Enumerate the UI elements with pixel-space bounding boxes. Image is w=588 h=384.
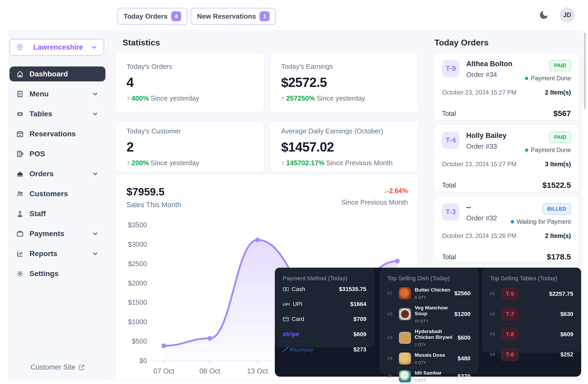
sidebar-item-payments[interactable]: Payments bbox=[9, 226, 105, 241]
avatar[interactable]: JD bbox=[560, 7, 575, 23]
table-chip: T-9 bbox=[442, 60, 459, 77]
stat-delta-pct: 145702.17% bbox=[286, 159, 325, 167]
sidebar: Lawrenceshire Dashboard Menu T bbox=[8, 30, 108, 380]
svg-text:$1500: $1500 bbox=[128, 298, 147, 306]
sidebar-footer: Customer Site bbox=[8, 363, 108, 371]
today-orders-button[interactable]: Today Orders 4 bbox=[117, 8, 187, 25]
stat-label: Today's Customer bbox=[126, 127, 253, 135]
total-label: Total bbox=[442, 110, 456, 117]
payment-method-amount: $609 bbox=[353, 331, 366, 338]
table-amount: $2257.75 bbox=[549, 290, 573, 297]
sales-subtitle: Sales This Month bbox=[126, 201, 181, 209]
menu-book-icon bbox=[16, 90, 24, 98]
external-link-icon bbox=[78, 364, 85, 371]
divider bbox=[442, 246, 571, 246]
users-icon bbox=[16, 190, 24, 198]
stripe-logo: stripe bbox=[283, 331, 299, 338]
sidebar-item-orders[interactable]: Orders bbox=[9, 166, 105, 181]
order-date: October 23, 2024 15:27 PM bbox=[442, 161, 516, 168]
razorpay-logo-mark: ⟋ bbox=[283, 346, 287, 353]
stat-label: Today's Earnings bbox=[281, 63, 407, 71]
scrollbar[interactable] bbox=[584, 33, 586, 109]
customer-name: Althea Bolton bbox=[466, 60, 513, 68]
sidebar-item-dashboard[interactable]: Dashboard bbox=[9, 66, 105, 81]
sidebar-item-customers[interactable]: Customers bbox=[9, 186, 105, 201]
order-number: Order #32 bbox=[466, 214, 497, 222]
payment-method-name: Card bbox=[292, 316, 304, 323]
dish-name: Veg Manchow Soup bbox=[415, 305, 451, 316]
table-chip: T-7 bbox=[501, 308, 519, 321]
top-selling-dish-title: Top Selling Dish (Today) bbox=[387, 275, 470, 282]
order-card[interactable]: T-4 Holly Bailey Order #33 PAID Payment … bbox=[434, 124, 579, 192]
dark-mode-toggle[interactable] bbox=[539, 9, 550, 21]
stat-value: 4 bbox=[126, 75, 253, 90]
payment-method-name: UPI bbox=[293, 301, 302, 308]
svg-text:13 Oct: 13 Oct bbox=[247, 367, 268, 375]
dashboard-page: Today Orders 4 New Reservations 1 JD Law… bbox=[0, 0, 588, 384]
status-dot bbox=[525, 77, 528, 80]
dish-photo bbox=[399, 287, 411, 299]
sidebar-item-reservations[interactable]: Reservations bbox=[9, 126, 105, 141]
payment-method-row: Cash $31535.75 bbox=[283, 282, 366, 297]
chevron-down-icon bbox=[92, 230, 99, 237]
stat-value: 2 bbox=[126, 139, 253, 155]
payment-method-panel: Payment Method (Today) Cash $31535.75 UP… bbox=[275, 268, 374, 347]
svg-text:07 Oct: 07 Oct bbox=[153, 367, 174, 375]
order-total: $178.5 bbox=[547, 252, 571, 261]
today-orders-count-badge: 4 bbox=[171, 11, 181, 21]
sidebar-item-menu[interactable]: Menu bbox=[9, 86, 105, 101]
order-number: Order #33 bbox=[466, 142, 506, 151]
order-card[interactable]: T-3 -- Order #32 BILLED Waiting for Paym… bbox=[434, 196, 579, 262]
rank-label: #2 bbox=[387, 312, 395, 317]
sales-delta-block: ↓-2.64% Since Previous Month bbox=[341, 187, 408, 206]
customer-site-link[interactable]: Customer Site bbox=[31, 363, 85, 371]
sales-summary: $7959.5 Sales This Month bbox=[126, 186, 181, 209]
arrow-up-icon: ↑ bbox=[126, 159, 130, 167]
dish-amount: $270 bbox=[458, 373, 470, 380]
order-total: $1522.5 bbox=[543, 181, 571, 190]
status-badge: BILLED bbox=[543, 203, 571, 215]
person-icon bbox=[16, 210, 24, 217]
top-selling-dish-panel: Top Selling Dish (Today) #1 Butter Chick… bbox=[379, 268, 478, 374]
svg-text:$0: $0 bbox=[139, 357, 147, 365]
table-chip: T-6 bbox=[501, 348, 519, 361]
location-name: Lawrenceshire bbox=[26, 43, 90, 51]
svg-text:$2500: $2500 bbox=[128, 260, 147, 268]
order-number: Order #34 bbox=[466, 71, 513, 79]
stat-delta-note: Since Previous Month bbox=[326, 159, 393, 167]
location-selector[interactable]: Lawrenceshire bbox=[9, 39, 104, 56]
dish-qty: 4 QTY bbox=[415, 360, 454, 365]
sidebar-item-label: Payments bbox=[29, 230, 86, 238]
payment-status: Payment Done bbox=[525, 147, 571, 154]
order-card[interactable]: T-9 Althea Bolton Order #34 PAID Payment… bbox=[434, 53, 579, 120]
stat-delta: ↑ 400% Since yesterday bbox=[126, 94, 253, 102]
sidebar-item-settings[interactable]: Settings bbox=[9, 266, 105, 281]
stat-delta: ↑ 145702.17% Since Previous Month bbox=[281, 159, 407, 167]
today-stats-overlay: Payment Method (Today) Cash $31535.75 UP… bbox=[275, 268, 581, 377]
rank-label: #4 bbox=[387, 356, 395, 361]
sidebar-item-tables[interactable]: Tables bbox=[9, 106, 105, 121]
dish-amount: $1200 bbox=[454, 311, 470, 318]
dish-name: Idli Sambar bbox=[415, 370, 454, 376]
sidebar-item-label: Reports bbox=[29, 250, 86, 258]
dish-name: Butter Chicken bbox=[415, 287, 451, 293]
sidebar-item-reports[interactable]: Reports bbox=[9, 246, 105, 261]
sidebar-item-pos[interactable]: POS bbox=[9, 146, 105, 161]
payment-method-row: Card $709 bbox=[283, 312, 366, 327]
arrow-up-icon: ↑ bbox=[281, 159, 285, 167]
dish-row: #5 Idli Sambar3 QTY $270 bbox=[387, 367, 470, 384]
sidebar-item-staff[interactable]: Staff bbox=[9, 206, 105, 221]
topbar: Today Orders 4 New Reservations 1 JD bbox=[0, 0, 588, 30]
stat-card-todays-earnings: Today's Earnings $2572.5 ↑ 257250% Since… bbox=[270, 53, 418, 112]
payment-method-amount: $31535.75 bbox=[339, 286, 366, 293]
upi-logo: UPI bbox=[283, 302, 290, 307]
dish-row: #4 Masala Dosa4 QTY $480 bbox=[387, 350, 470, 367]
new-reservations-button[interactable]: New Reservations 1 bbox=[191, 8, 276, 25]
dish-qty: 2 QTY bbox=[415, 342, 454, 347]
payment-status: Payment Done bbox=[525, 75, 571, 82]
rank-label: #1 bbox=[490, 291, 498, 297]
sidebar-item-label: POS bbox=[29, 150, 99, 158]
table-row: #4 T-6 $252 bbox=[490, 345, 573, 365]
rank-label: #5 bbox=[387, 374, 395, 379]
table-icon bbox=[16, 110, 24, 118]
